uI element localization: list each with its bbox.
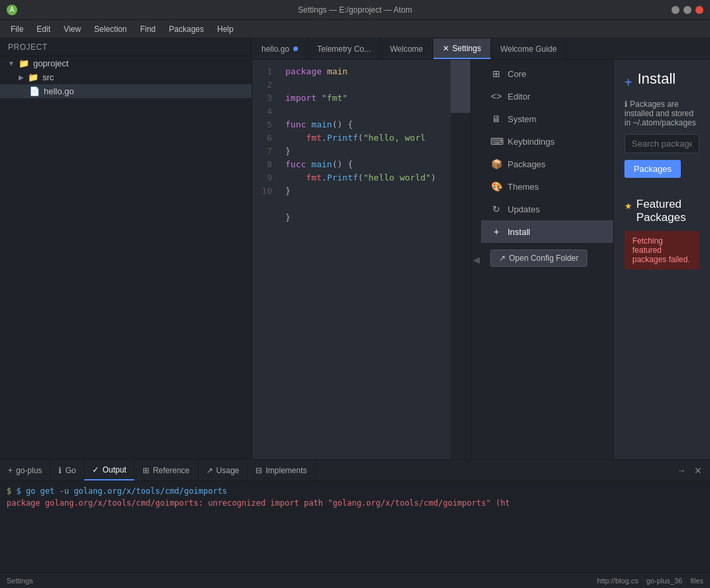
settings-nav-packages[interactable]: 📦 Packages [481, 153, 613, 175]
packages-button[interactable]: Packages [624, 160, 681, 178]
folder-icon-goproject: 📁 [19, 58, 29, 68]
collapse-sidebar-arrow[interactable]: ◀ [470, 60, 481, 459]
minimap-thumb [451, 60, 470, 113]
tab-welcome-guide[interactable]: Welcome Guide [491, 38, 567, 59]
bottom-tab-reference[interactable]: ⊞ Reference [135, 460, 198, 480]
menu-packages[interactable]: Packages [164, 23, 210, 35]
app-icon: A [7, 5, 17, 15]
status-bar: Settings http://blog.cs go-plus_36 files [0, 572, 710, 588]
line-num-9: 9 [252, 171, 272, 184]
settings-nav-keybindings[interactable]: ⌨ Keybindings [481, 130, 613, 153]
bottom-tab-output-label: Output [102, 465, 126, 475]
tree-item-goproject[interactable]: ▼ 📁 goproject [0, 56, 251, 70]
packages-icon: 📦 [490, 159, 502, 169]
fetch-error-text: Fetching featured packages failed. [632, 236, 690, 264]
panel-close-button[interactable]: ✕ [691, 464, 705, 477]
bottom-panel: + go-plus ℹ Go ✓ Output ⊞ Reference ↗ Us… [0, 459, 710, 572]
tab-settings[interactable]: ✕ Settings [433, 38, 491, 59]
line-num-7: 7 [252, 145, 272, 158]
close-button[interactable] [695, 6, 703, 14]
editor-area: hello.go Telemetry Co... Welcome ✕ Setti… [252, 38, 710, 459]
settings-nav-editor[interactable]: <> Editor [481, 85, 613, 108]
settings-nav-editor-label: Editor [508, 92, 530, 102]
prompt-1: $ [7, 486, 16, 496]
bottom-tab-go-plus[interactable]: + go-plus [0, 460, 50, 480]
code-content[interactable]: package main import "fmt" func main() { … [279, 60, 451, 459]
line-num-1: 1 [252, 65, 272, 78]
menu-edit[interactable]: Edit [31, 23, 56, 35]
settings-nav-install-label: Install [508, 227, 530, 237]
settings-nav-core[interactable]: ⊞ Core [481, 62, 613, 85]
line-num-10: 10 [252, 184, 272, 198]
panel-move-button[interactable]: → [674, 464, 689, 477]
menu-find[interactable]: Find [135, 23, 161, 35]
themes-icon: 🎨 [490, 181, 502, 192]
open-config-folder-button[interactable]: ↗ Open Config Folder [490, 250, 587, 267]
tab-welcome[interactable]: Welcome [381, 38, 433, 59]
status-settings-label: Settings [7, 577, 33, 585]
settings-content: + Install ℹ Packages are installed and s… [614, 60, 710, 459]
settings-nav-system[interactable]: 🖥 System [481, 108, 613, 130]
install-note: ℹ Packages are installed and stored in ~… [624, 100, 699, 127]
bottom-tab-usage[interactable]: ↗ Usage [198, 460, 248, 480]
menu-selection[interactable]: Selection [89, 23, 132, 35]
line-num-6: 6 [252, 131, 272, 145]
install-note-text: Packages are installed and stored in ~/.… [624, 100, 696, 127]
output-check-icon: ✓ [92, 465, 99, 475]
settings-nav-install[interactable]: + Install [481, 220, 613, 243]
updates-icon: ↻ [490, 204, 502, 214]
menu-bar: File Edit View Selection Find Packages H… [0, 20, 710, 38]
install-icon: + [490, 226, 502, 237]
minimap [451, 60, 470, 459]
bottom-tab-go[interactable]: ℹ Go [50, 460, 84, 480]
menu-file[interactable]: File [5, 23, 29, 35]
settings-nav-packages-label: Packages [508, 159, 545, 169]
tree-item-hello-go[interactable]: 📄 hello.go [0, 84, 251, 98]
tree-item-src[interactable]: ▶ 📁 src [0, 70, 251, 84]
tree-label-src: src [42, 72, 54, 82]
expand-arrow-goproject: ▼ [8, 60, 15, 67]
maximize-button[interactable] [683, 6, 691, 14]
tab-hello-go-label: hello.go [261, 44, 289, 54]
core-icon: ⊞ [490, 68, 502, 79]
settings-nav-updates[interactable]: ↻ Updates [481, 198, 613, 220]
install-note-icon: ℹ [624, 100, 628, 109]
minimize-button[interactable] [672, 6, 679, 14]
settings-nav-system-label: System [508, 114, 536, 124]
bottom-tab-output[interactable]: ✓ Output [84, 460, 135, 480]
settings-nav: ⊞ Core <> Editor 🖥 System ⌨ Keybindings [481, 60, 614, 459]
tab-welcome-label: Welcome [390, 44, 423, 54]
menu-help[interactable]: Help [212, 23, 239, 35]
line-num-3: 3 [252, 92, 272, 105]
folder-icon-src: 📁 [28, 72, 38, 82]
code-editor: 1 2 3 4 5 6 7 8 9 10 package main import… [252, 60, 481, 459]
status-files: files [690, 577, 703, 585]
settings-nav-updates-label: Updates [508, 204, 539, 214]
title-bar: A Settings — E:/goproject — Atom [0, 0, 710, 20]
terminal-content[interactable]: $ $ go get -u golang.org/x/tools/cmd/goi… [0, 481, 710, 572]
settings-panel: ⊞ Core <> Editor 🖥 System ⌨ Keybindings [481, 60, 710, 459]
featured-title: Featured Packages [636, 198, 699, 224]
bottom-tab-implements[interactable]: ⊟ Implements [248, 460, 315, 480]
settings-nav-themes-label: Themes [508, 182, 539, 192]
tree-label-goproject: goproject [33, 58, 68, 68]
bottom-panel-controls: → ✕ [669, 460, 710, 480]
status-left: Settings [7, 577, 33, 585]
line-num-2: 2 [252, 78, 272, 92]
bottom-tab-usage-label: Usage [216, 466, 240, 475]
tab-dot-hello-go [293, 46, 298, 51]
settings-nav-themes[interactable]: 🎨 Themes [481, 175, 613, 198]
editor-icon: <> [490, 91, 502, 102]
file-icon-hello-go: 📄 [29, 86, 40, 96]
project-sidebar: Project ▼ 📁 goproject ▶ 📁 src 📄 hello.go [0, 38, 252, 459]
tab-telemetry[interactable]: Telemetry Co... [308, 38, 381, 59]
menu-view[interactable]: View [58, 23, 86, 35]
tab-hello-go[interactable]: hello.go [252, 38, 308, 59]
search-packages-input[interactable] [624, 134, 699, 153]
bottom-tab-go-plus-label: go-plus [16, 466, 42, 475]
star-icon: ★ [624, 201, 632, 211]
line-num-5: 5 [252, 118, 272, 131]
settings-nav-keybindings-label: Keybindings [508, 137, 555, 147]
tab-welcome-guide-label: Welcome Guide [500, 44, 557, 54]
tabs-bar: hello.go Telemetry Co... Welcome ✕ Setti… [252, 38, 710, 60]
